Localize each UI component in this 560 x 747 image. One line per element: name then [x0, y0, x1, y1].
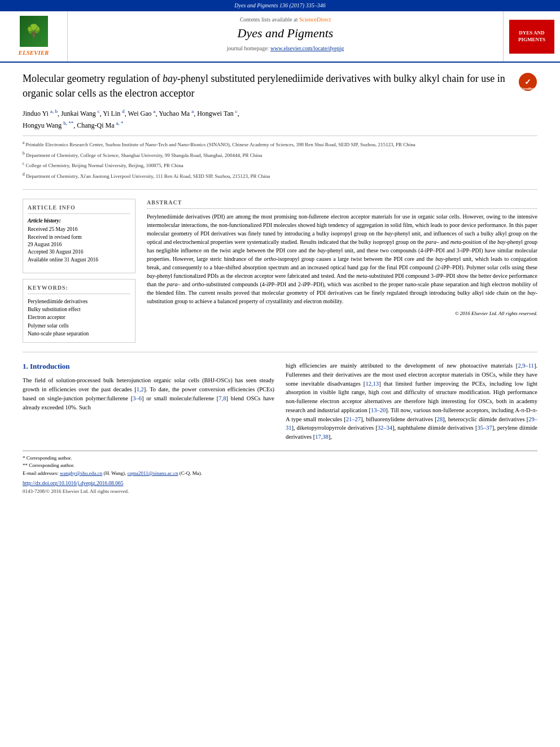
right-column: ABSTRACT Perylenediimide derivatives (PD…: [147, 199, 537, 343]
ref-17[interactable]: 17,38: [315, 434, 329, 440]
introduction-section: 1. Introduction The field of solution-pr…: [23, 361, 537, 442]
section-title: 1. Introduction: [23, 361, 274, 372]
svg-text:CrossMark: CrossMark: [520, 87, 535, 90]
journal-header: 🌳 ELSEVIER Contents lists available at S…: [0, 11, 560, 63]
divider-affiliations: [23, 189, 537, 190]
journal-citation: Dyes and Pigments 136 (2017) 335–346: [234, 2, 325, 8]
received-date: Received 25 May 2016: [28, 226, 130, 233]
top-bar: Dyes and Pigments 136 (2017) 335–346: [0, 0, 560, 11]
online-date: Available online 31 August 2016: [28, 256, 130, 264]
homepage-line: journal homepage: www.elsevier.com/locat…: [79, 45, 492, 53]
history-group: Article history: Received 25 May 2016 Re…: [28, 217, 130, 264]
svg-text:✓: ✓: [524, 77, 531, 86]
left-column: ARTICLE INFO Article history: Received 2…: [23, 199, 135, 343]
accepted-date: Accepted 30 August 2016: [28, 248, 130, 256]
abstract-text: Perylenediimide derivatives (PDI) are am…: [147, 212, 537, 305]
ref-2[interactable]: 2,9–11: [518, 362, 534, 369]
elsevier-brand: ELSEVIER: [19, 49, 49, 57]
email-2-name: (C-Q. Ma).: [180, 470, 202, 476]
header-left: 🌳 ELSEVIER: [0, 11, 68, 62]
ref-35[interactable]: 35–37: [477, 425, 492, 431]
affiliations: a Printable Electronics Research Center,…: [23, 136, 537, 180]
homepage-link[interactable]: www.elsevier.com/locate/dyepig: [270, 45, 344, 51]
footer-notes: * Corresponding author. ** Corresponding…: [23, 451, 537, 496]
copyright: © 2016 Elsevier Ltd. All rights reserved…: [147, 310, 537, 317]
title-italic: bay: [163, 73, 177, 84]
affiliation-c: c College of Chemistry, Beijing Normal U…: [23, 160, 537, 170]
issn-text: 0143-7208/© 2016 Elsevier Ltd. All right…: [23, 488, 537, 496]
keywords-box: Keywords: Perylenediimide derivatives Bu…: [23, 279, 135, 343]
elsevier-logo: 🌳 ELSEVIER: [19, 16, 49, 57]
science-direct-link[interactable]: ScienceDirect: [299, 16, 331, 23]
affiliation-a: a Printable Electronics Research Center,…: [23, 139, 537, 149]
two-column-layout: ARTICLE INFO Article history: Received 2…: [23, 199, 537, 343]
ref-13[interactable]: 13–20: [371, 407, 386, 413]
homepage-label: journal homepage:: [227, 45, 269, 51]
affiliation-d: d Department of Chemistry, Xi'an Jiaoton…: [23, 171, 537, 181]
abstract-label: ABSTRACT: [147, 199, 537, 209]
keyword-4: Polymer solar cells: [28, 322, 130, 330]
email-1-name: (H. Wang),: [104, 470, 126, 476]
star-note-single: * Corresponding author.: [23, 455, 537, 462]
intro-right: high efficiencies are mainly attributed …: [286, 361, 537, 442]
section-number: 1.: [23, 362, 28, 370]
contents-text: Contents lists available at: [240, 16, 298, 23]
ref-29[interactable]: 29–31: [286, 416, 537, 431]
article-title: Molecular geometry regulation of bay-phe…: [23, 72, 512, 100]
crossmark-svg: ✓ CrossMark: [519, 73, 537, 91]
page: Dyes and Pigments 136 (2017) 335–346 🌳 E…: [0, 0, 560, 747]
keywords-label: Keywords:: [28, 284, 130, 294]
keyword-1: Perylenediimide derivatives: [28, 298, 130, 305]
logo-text: DYES AND PIGMENTS: [511, 30, 552, 43]
ref-1[interactable]: 1,2: [137, 386, 144, 392]
contents-line: Contents lists available at ScienceDirec…: [79, 16, 492, 24]
journal-logo-box: DYES AND PIGMENTS: [509, 20, 554, 54]
crossmark-icon: ✓ CrossMark: [519, 73, 537, 91]
intro-right-text: high efficiencies are mainly attributed …: [286, 361, 537, 442]
keyword-5: Nano-scale phase separation: [28, 330, 130, 338]
intro-left: 1. Introduction The field of solution-pr…: [23, 361, 274, 442]
header-center: Contents lists available at ScienceDirec…: [68, 11, 504, 62]
keyword-2: Bulky substitution effect: [28, 305, 130, 313]
intro-left-text: The field of solution-processed bulk het…: [23, 376, 274, 412]
doi-link[interactable]: http://dx.doi.org/10.1016/j.dyepig.2016.…: [23, 480, 123, 486]
revised-label: Received in revised form: [28, 234, 130, 241]
history-label: Article history:: [28, 217, 130, 225]
keyword-3: Electron acceptor: [28, 313, 130, 321]
divider-intro: [23, 352, 537, 352]
revised-date: 29 August 2016: [28, 241, 130, 248]
article-info-label: ARTICLE INFO: [28, 204, 130, 214]
ref-7[interactable]: 7,8: [218, 395, 226, 401]
email-1-link[interactable]: wanghy@shu.edu.cn: [60, 470, 102, 476]
abstract-section: ABSTRACT Perylenediimide derivatives (PD…: [147, 199, 537, 317]
ref-12[interactable]: 12,13: [365, 381, 379, 387]
ref-28[interactable]: 28: [437, 416, 443, 422]
title-part1: Molecular geometry regulation of: [23, 73, 163, 84]
article-title-section: Molecular geometry regulation of bay-phe…: [23, 72, 537, 100]
authors: Jinduo Yi a, b, Junkai Wang c, Yi Lin d,…: [23, 107, 537, 131]
ref-3[interactable]: 3–6: [133, 395, 142, 401]
email-label: E-mail addresses:: [23, 470, 59, 476]
affiliation-b: b Department of Chemistry, College of Sc…: [23, 150, 537, 160]
email-line: E-mail addresses: wanghy@shu.edu.cn (H. …: [23, 470, 537, 478]
main-content: Molecular geometry regulation of bay-phe…: [0, 63, 560, 504]
star-note-double: ** Corresponding author.: [23, 462, 537, 470]
header-right: DYES AND PIGMENTS: [504, 11, 560, 62]
section-heading: Introduction: [30, 362, 70, 370]
elsevier-tree-icon: 🌳: [20, 16, 48, 47]
journal-title: Dyes and Pigments: [79, 25, 492, 42]
crossmark-container: ✓ CrossMark: [518, 72, 537, 91]
article-info-box: ARTICLE INFO Article history: Received 2…: [23, 199, 135, 273]
email-2-link[interactable]: cqma2011@sinano.ac.cn: [128, 470, 178, 476]
ref-21[interactable]: 21–27: [346, 416, 361, 422]
ref-32[interactable]: 32–34: [378, 425, 392, 431]
